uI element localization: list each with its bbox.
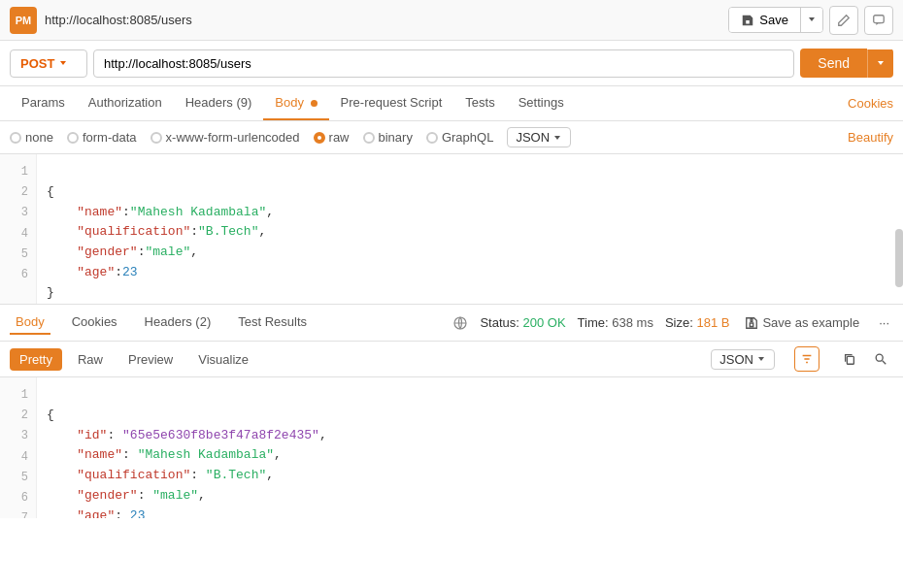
svg-line-4 xyxy=(883,361,886,365)
url-input[interactable] xyxy=(93,49,794,78)
tab-body[interactable]: Body xyxy=(263,86,328,120)
response-format-bar: Pretty Raw Preview Visualize JSON xyxy=(0,342,903,377)
url-bar: POST Send xyxy=(0,41,903,86)
response-editor: 1 2 3 4 5 6 7 { "id": "65e5e630f8be3f47a… xyxy=(0,377,903,518)
svg-point-3 xyxy=(876,354,883,361)
response-format-select[interactable]: JSON xyxy=(711,349,775,370)
pm-icon: PM xyxy=(10,7,37,34)
filter-icon-button[interactable] xyxy=(794,346,819,372)
send-button[interactable]: Send xyxy=(800,49,867,78)
method-chevron-icon xyxy=(58,58,68,68)
response-code-content: { "id": "65e5e630f8be3f47a8f2e435", "nam… xyxy=(37,377,903,518)
save-button[interactable]: Save xyxy=(729,8,800,32)
status-value: 200 OK xyxy=(523,315,566,330)
method-label: POST xyxy=(20,56,54,71)
fmt-tab-pretty[interactable]: Pretty xyxy=(10,348,62,371)
radio-form-data xyxy=(67,132,79,144)
body-option-form-data[interactable]: form-data xyxy=(67,130,137,145)
comment-icon-button[interactable] xyxy=(864,6,893,35)
cookies-link[interactable]: Cookies xyxy=(848,87,893,119)
resp-tab-body[interactable]: Body xyxy=(10,310,50,335)
response-status-info: Status: 200 OK Time: 638 ms Size: 181 B xyxy=(452,315,729,331)
search-icon xyxy=(874,352,887,366)
size-value: 181 B xyxy=(696,315,729,330)
svg-rect-0 xyxy=(874,15,885,22)
request-code-content[interactable]: { "name":"Mahesh Kadambala", "qualificat… xyxy=(37,154,903,304)
tab-params[interactable]: Params xyxy=(10,86,77,120)
request-tabs: Params Authorization Headers (9) Body Pr… xyxy=(0,86,903,121)
top-bar: PM http://localhost:8085/users Save xyxy=(0,0,903,41)
radio-raw xyxy=(314,132,325,144)
pencil-icon xyxy=(837,14,851,27)
tab-tests[interactable]: Tests xyxy=(453,86,506,120)
body-option-raw[interactable]: raw xyxy=(314,130,350,145)
radio-graphql xyxy=(426,132,438,144)
chevron-down-icon xyxy=(807,15,817,24)
save-button-group[interactable]: Save xyxy=(728,7,823,33)
beautify-button[interactable]: Beautify xyxy=(848,130,893,145)
radio-urlencoded xyxy=(150,132,162,144)
request-scrollbar[interactable] xyxy=(895,154,903,304)
request-line-numbers: 1 2 3 4 5 6 xyxy=(0,154,37,304)
send-button-group: Send xyxy=(800,49,893,78)
copy-button[interactable] xyxy=(837,346,862,372)
body-option-graphql[interactable]: GraphQL xyxy=(426,130,493,145)
top-bar-url: http://localhost:8085/users xyxy=(45,13,728,27)
time-value: 638 ms xyxy=(612,315,653,330)
comment-icon xyxy=(872,14,886,27)
fmt-tab-raw[interactable]: Raw xyxy=(68,348,113,371)
tab-settings[interactable]: Settings xyxy=(507,86,576,120)
resp-format-chevron-icon xyxy=(756,354,766,364)
more-options-button[interactable]: ··· xyxy=(875,315,893,330)
save-dropdown-button[interactable] xyxy=(800,8,822,32)
resp-tab-cookies[interactable]: Cookies xyxy=(66,310,123,335)
body-options-bar: none form-data x-www-form-urlencoded raw… xyxy=(0,121,903,154)
globe-icon xyxy=(452,315,468,331)
send-dropdown-button[interactable] xyxy=(867,49,893,78)
body-option-urlencoded[interactable]: x-www-form-urlencoded xyxy=(150,130,300,145)
response-line-numbers: 1 2 3 4 5 6 7 xyxy=(0,377,37,518)
copy-icon xyxy=(843,352,856,366)
body-dot xyxy=(311,100,318,107)
body-option-none[interactable]: none xyxy=(10,130,53,145)
top-bar-actions: Save xyxy=(728,6,893,35)
response-bar: Body Cookies Headers (2) Test Results St… xyxy=(0,305,903,342)
radio-none xyxy=(10,132,21,144)
fmt-tab-preview[interactable]: Preview xyxy=(118,348,183,371)
body-option-binary[interactable]: binary xyxy=(363,130,413,145)
body-format-label: JSON xyxy=(516,130,550,145)
resp-tab-test-results[interactable]: Test Results xyxy=(232,310,313,335)
resp-tab-headers[interactable]: Headers (2) xyxy=(139,310,217,335)
tab-authorization[interactable]: Authorization xyxy=(77,86,174,120)
tab-headers[interactable]: Headers (9) xyxy=(174,86,264,120)
body-format-select[interactable]: JSON xyxy=(507,127,571,147)
response-format-label: JSON xyxy=(719,352,753,367)
method-select[interactable]: POST xyxy=(10,49,87,78)
request-editor: 1 2 3 4 5 6 { "name":"Mahesh Kadambala",… xyxy=(0,154,903,305)
filter-icon xyxy=(800,352,814,366)
radio-binary xyxy=(363,132,375,144)
save-example-button[interactable]: Save as example xyxy=(745,315,859,330)
edit-icon-button[interactable] xyxy=(829,6,858,35)
search-button[interactable] xyxy=(868,346,893,372)
svg-rect-2 xyxy=(847,356,853,364)
send-chevron-icon xyxy=(876,58,886,68)
fmt-tab-visualize[interactable]: Visualize xyxy=(188,348,258,371)
body-format-chevron-icon xyxy=(552,133,562,143)
tab-pre-request[interactable]: Pre-request Script xyxy=(329,86,454,120)
save-icon xyxy=(741,14,754,27)
save-example-icon xyxy=(745,316,758,330)
